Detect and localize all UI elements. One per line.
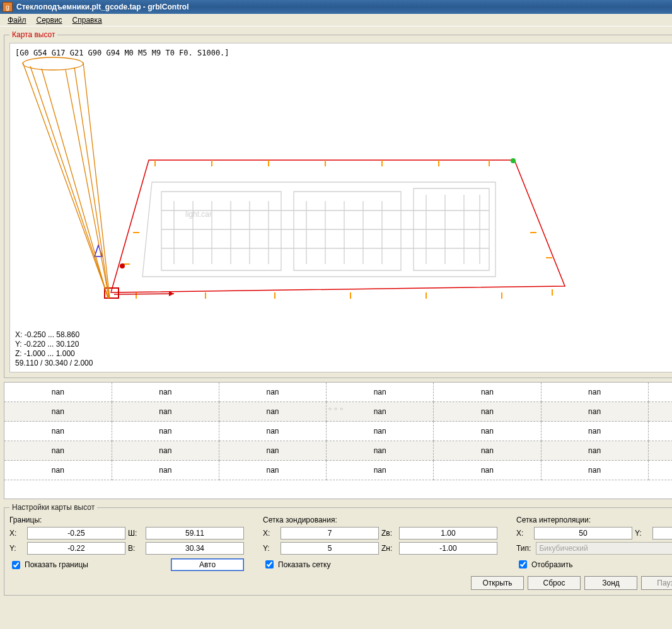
hm-cell[interactable]: nan [219, 402, 326, 422]
interp-type-select[interactable]: Бикубический [536, 542, 672, 555]
splitter-handle[interactable]: ○ ○ ○ [328, 406, 344, 412]
hm-cell[interactable]: nan [541, 422, 648, 441]
interp-y-label: Y: [635, 529, 650, 538]
hm-cell[interactable]: nan [4, 441, 112, 461]
menu-file[interactable]: Файл [3, 14, 32, 26]
svg-line-31 [114, 294, 174, 294]
probe-zt-label: Zв: [381, 529, 397, 538]
hm-cell[interactable]: nan [648, 441, 672, 461]
hm-cell[interactable]: nan [219, 461, 326, 480]
hm-probe-button[interactable]: Зонд [584, 576, 637, 590]
hm-cell[interactable]: nan [648, 383, 672, 402]
hm-cell[interactable]: nan [327, 441, 434, 461]
interp-y-input[interactable] [652, 527, 672, 540]
hm-cell[interactable]: nan [4, 383, 112, 402]
interp-show-label: Отобразить [531, 560, 572, 569]
interp-x-label: X: [516, 529, 531, 538]
hm-cell[interactable]: nan [112, 383, 219, 402]
probe-header: Сетка зондирования: [263, 516, 497, 524]
hm-cell[interactable]: nan [112, 402, 219, 422]
probe-y-input[interactable] [281, 542, 379, 555]
hm-cell[interactable]: nan [648, 422, 672, 441]
bounds-y-label: Y: [9, 544, 25, 553]
svg-marker-11 [111, 160, 565, 292]
hm-cell[interactable]: nan [434, 383, 541, 402]
probe-show-checkbox[interactable] [265, 560, 274, 568]
hm-cell[interactable]: nan [327, 402, 434, 422]
interp-type-label: Тип: [516, 544, 533, 553]
bounds-w-label: Ш: [128, 529, 143, 538]
hm-cell[interactable]: nan [219, 441, 326, 461]
bounds-header: Границы: [9, 516, 244, 524]
hm-cell[interactable]: nan [434, 441, 541, 461]
heightmap-settings-legend: Настройки карты высот [9, 503, 97, 512]
svg-line-37 [23, 62, 108, 298]
probe-x-input[interactable] [281, 527, 379, 540]
svg-text:light.car: light.car [185, 210, 212, 219]
interp-x-input[interactable] [534, 527, 632, 540]
probe-zb-input[interactable] [399, 542, 497, 555]
menu-service[interactable]: Сервис [32, 14, 67, 26]
bounds-x-input[interactable] [27, 527, 125, 540]
interp-show-checkbox[interactable] [519, 560, 527, 568]
hm-cell[interactable]: nan [4, 422, 112, 441]
bounds-y-input[interactable] [27, 542, 125, 555]
svg-line-39 [42, 69, 108, 298]
hm-cell[interactable]: nan [327, 422, 434, 441]
probe-zt-input[interactable] [399, 527, 497, 540]
hm-cell[interactable]: nan [541, 461, 648, 480]
probe-show-label: Показать сетку [278, 560, 331, 569]
hm-cell[interactable]: nan [434, 402, 541, 422]
interp-header: Сетка интерполяции: [516, 516, 672, 524]
hm-cell[interactable]: nan [648, 461, 672, 480]
bounds-show-checkbox[interactable] [12, 561, 20, 569]
bounds-x-label: X: [9, 529, 25, 538]
probe-x-label: X: [263, 529, 278, 538]
heightmap-table[interactable]: nannannannannannannannannannannannannann… [4, 382, 672, 499]
hm-cell[interactable]: nan [112, 422, 219, 441]
probe-zb-label: Zн: [381, 544, 397, 553]
menubar: Файл Сервис Справка [0, 14, 672, 26]
bounds-h-label: В: [128, 544, 143, 553]
hm-cell[interactable]: nan [434, 461, 541, 480]
hm-cell[interactable]: nan [219, 383, 326, 402]
hm-cell[interactable]: nan [112, 441, 219, 461]
hm-cell[interactable]: nan [112, 461, 219, 480]
menu-help[interactable]: Справка [67, 14, 107, 26]
bounds-show-label: Показать границы [25, 560, 88, 569]
hm-cell[interactable]: nan [648, 402, 672, 422]
bounds-h-input[interactable] [146, 542, 244, 555]
bounds-auto-button[interactable]: Авто [171, 558, 244, 571]
titlebar: g Стеклоподъемники.plt_gcode.tap - grblC… [0, 0, 672, 14]
hm-open-button[interactable]: Открыть [471, 576, 524, 590]
hm-pause-button[interactable]: Пауза [641, 576, 672, 590]
viewport-stats-left: X: -0.250 ... 58.860 Y: -0.220 ... 30.12… [15, 330, 93, 368]
hm-cell[interactable]: nan [327, 461, 434, 480]
svg-point-34 [120, 263, 125, 268]
svg-line-40 [66, 70, 109, 298]
bounds-w-input[interactable] [146, 527, 244, 540]
hm-cell[interactable]: nan [4, 402, 112, 422]
svg-point-33 [511, 158, 516, 163]
heightmap-legend: Карта высот [9, 30, 57, 39]
hm-cell[interactable]: nan [327, 383, 434, 402]
hm-reset-button[interactable]: Сброс [528, 576, 581, 590]
hm-cell[interactable]: nan [541, 383, 648, 402]
app-icon: g [3, 2, 13, 12]
hm-cell[interactable]: nan [541, 441, 648, 461]
toolpath-svg: light.car [10, 43, 644, 373]
heightmap-settings-group: Настройки карты высот Границы: X: Ш: Y: … [4, 503, 672, 596]
hm-cell[interactable]: nan [434, 422, 541, 441]
hm-cell[interactable]: nan [4, 461, 112, 480]
viewport-3d[interactable]: [G0 G54 G17 G21 G90 G94 M0 M5 M9 T0 F0. … [9, 43, 672, 372]
hm-cell[interactable]: nan [219, 422, 326, 441]
probe-y-label: Y: [263, 544, 278, 553]
heightmap-viewport-group: Карта высот [G0 G54 G17 G21 G90 G94 M0 M… [4, 30, 672, 378]
svg-line-42 [74, 67, 109, 298]
hm-cell[interactable]: nan [541, 402, 648, 422]
window-title: Стеклоподъемники.plt_gcode.tap - grblCon… [16, 3, 669, 11]
